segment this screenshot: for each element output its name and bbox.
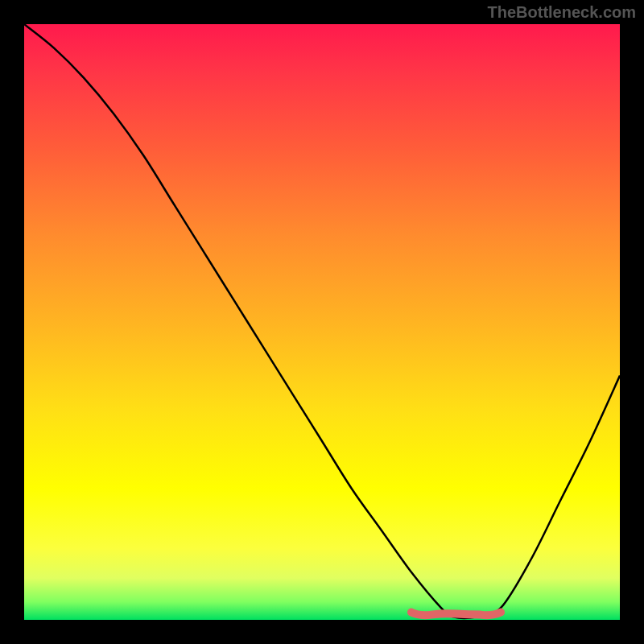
chart-plot-area (24, 24, 620, 620)
curve-path (24, 24, 620, 618)
valley-highlight (411, 613, 501, 616)
bottleneck-curve (24, 24, 620, 620)
watermark-text: TheBottleneck.com (488, 3, 636, 22)
